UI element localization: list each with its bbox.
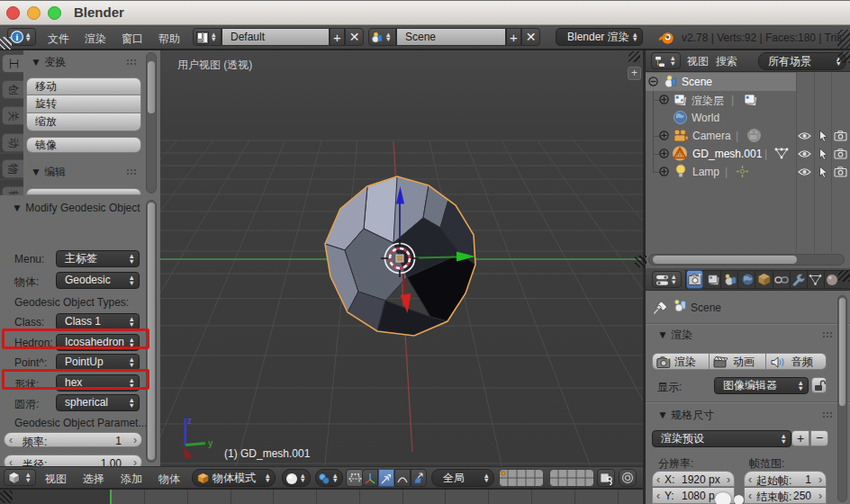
- svg-text:z: z: [187, 416, 192, 426]
- svg-text:i: i: [16, 32, 19, 42]
- svg-text:y: y: [208, 438, 213, 448]
